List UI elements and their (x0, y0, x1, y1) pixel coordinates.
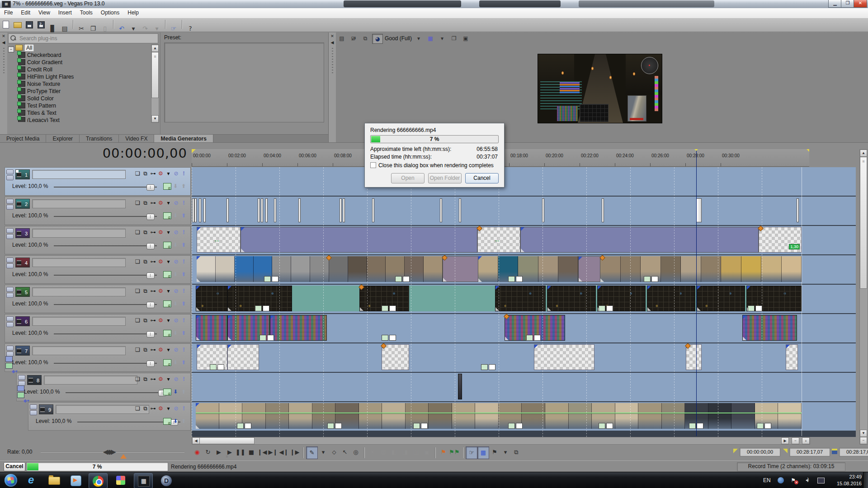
short-clip[interactable] (343, 198, 345, 222)
paste-icon[interactable]: ▯ (99, 23, 110, 33)
fx-caret-icon[interactable]: ▾ (165, 375, 172, 383)
shuttle-handle[interactable]: ◀◆▶ (103, 448, 115, 456)
pip-icon[interactable]: ⧉ (142, 346, 149, 354)
event-fx-buttons[interactable] (599, 423, 613, 429)
clip[interactable] (520, 227, 759, 253)
track-minimize-buttons[interactable] (6, 346, 14, 357)
clip[interactable] (241, 227, 477, 253)
collapse-panel-icon[interactable]: ◀ (330, 40, 335, 45)
layers-icon[interactable]: ❏ (134, 258, 142, 266)
scroll-up-icon[interactable]: ▲ (151, 45, 159, 52)
make-composite-child-icon[interactable]: ⬇ (171, 388, 179, 395)
go-to-end-icon[interactable]: ▶❙ (268, 446, 278, 458)
group-events-icon[interactable]: ⧉ (511, 446, 522, 458)
track-motion-icon[interactable]: ⊶ (149, 375, 157, 383)
track-minimize-buttons[interactable] (6, 228, 14, 239)
layers-icon[interactable]: ❏ (134, 169, 142, 178)
make-composite-child-icon[interactable]: ⬇ (171, 418, 179, 425)
plugin-item[interactable]: Color Gradient (8, 59, 151, 66)
edit-tool-icon[interactable]: ✎ (306, 446, 318, 459)
search-input[interactable] (19, 34, 156, 42)
short-clip[interactable] (199, 198, 201, 222)
remove-composite-child-icon[interactable]: ⬆ (179, 271, 188, 278)
enable-snapping-icon[interactable]: ☞ (168, 23, 179, 33)
track-level-slider[interactable] (66, 392, 169, 393)
compositing-mode-icon[interactable] (163, 212, 171, 219)
track-number-badge[interactable]: 7 (15, 346, 30, 356)
short-clip[interactable] (372, 198, 374, 222)
level-slider-handle[interactable] (146, 361, 155, 367)
scroll-up-icon[interactable]: ▲ (860, 150, 867, 157)
pip-icon[interactable]: ⧉ (142, 169, 149, 178)
track-header-8[interactable]: 8❏⧉⊶⚙▾⊘!Level: 100,0 %⬇⬆ (16, 373, 191, 401)
track-name-field[interactable] (44, 375, 137, 385)
video-clip[interactable] (495, 286, 546, 311)
split-screen-view-icon[interactable]: ⧉ (360, 34, 370, 43)
plugin-item[interactable]: Test Pattern (8, 102, 151, 109)
remove-composite-child-icon[interactable]: ⬆ (179, 329, 188, 337)
track-motion-icon[interactable]: ⊶ (149, 258, 157, 266)
plugin-search-box[interactable] (8, 33, 158, 43)
minimize-button[interactable]: ▁ (828, 0, 842, 8)
remove-composite-child-icon[interactable]: ⬆ (179, 300, 188, 307)
track-header-4[interactable]: 4❏⧉⊶⚙▾⊘!Level: 100,0 %⬇⬆ (5, 255, 191, 284)
tree-scrollbar[interactable]: ▲ ▼ (151, 44, 159, 123)
short-clip[interactable] (194, 198, 197, 222)
menu-help[interactable]: Help (123, 8, 143, 17)
pip-icon[interactable]: ⧉ (142, 199, 149, 207)
tab-transitions[interactable]: Transitions (80, 135, 119, 143)
track-level-slider[interactable] (54, 245, 157, 246)
layers-icon[interactable]: ❏ (134, 404, 142, 413)
event-fx-buttons[interactable] (259, 335, 274, 341)
fx-caret-icon[interactable]: ▾ (165, 169, 172, 178)
tab-media-generators[interactable]: Media Generators (154, 135, 213, 143)
event-fx-buttons[interactable] (237, 423, 251, 429)
menu-tools[interactable]: Tools (76, 8, 97, 17)
track-header-9[interactable]: 9❏⧉⊶⚙▾⊘!Level: 100,0 %⬇⬆ (28, 402, 191, 431)
overlays-grid-icon[interactable]: ▦ (425, 34, 435, 43)
fx-caret-icon[interactable]: ▾ (165, 404, 172, 413)
event-fx-buttons[interactable] (481, 364, 495, 370)
solo-icon[interactable]: ! (180, 228, 188, 236)
track-motion-icon[interactable]: ⊶ (149, 199, 157, 207)
taskbar-start-orb[interactable] (2, 473, 20, 488)
plugin-item[interactable]: ProType Titler (8, 88, 151, 95)
layers-icon[interactable]: ❏ (134, 287, 142, 295)
solo-icon[interactable]: ! (180, 404, 188, 413)
close-button[interactable]: ✕ (854, 0, 867, 8)
remove-composite-child-icon[interactable]: ⬆ (179, 183, 188, 190)
track-level-slider[interactable] (54, 187, 157, 188)
zoom-tracks-icon[interactable]: − (860, 437, 867, 444)
redo-icon[interactable]: ↷ (140, 23, 151, 33)
fx-caret-icon[interactable]: ▾ (165, 287, 172, 295)
track-minimize-buttons[interactable] (6, 199, 14, 210)
scrollbar-thumb[interactable] (860, 157, 867, 289)
level-slider-handle[interactable] (146, 243, 155, 249)
edit-tool-caret-icon[interactable]: ▾ (318, 446, 329, 458)
short-clip[interactable] (340, 198, 342, 222)
tab-video-fx[interactable]: Video FX (119, 135, 154, 143)
selection-start-field[interactable]: 00:00:00,00 (740, 448, 780, 456)
track-level-slider[interactable] (54, 216, 157, 217)
video-clip[interactable] (196, 315, 227, 341)
level-slider-handle[interactable] (146, 302, 155, 308)
split-right-icon[interactable]: ◨ (400, 446, 410, 458)
track-name-field[interactable] (32, 287, 126, 296)
remove-composite-child-icon[interactable]: ⬆ (179, 212, 188, 219)
track-number-badge[interactable]: 6 (15, 316, 30, 326)
track-fx-icon[interactable]: ⚙ (157, 404, 165, 413)
remove-composite-child-icon[interactable]: ⬆ (179, 241, 188, 249)
pip-icon[interactable]: ⧉ (142, 228, 149, 236)
clip[interactable] (443, 256, 478, 282)
short-clip[interactable] (602, 198, 604, 222)
track-2-lane[interactable] (192, 197, 856, 225)
fx-caret-icon[interactable]: ▾ (165, 228, 172, 236)
transparent-clip[interactable]: ⌁⌁ (197, 227, 241, 253)
level-slider-handle[interactable] (146, 331, 155, 338)
solo-icon[interactable]: ! (180, 375, 188, 383)
scrollbar-thumb[interactable] (151, 52, 159, 98)
main-timecode-display[interactable]: 00:00:00,00 (0, 145, 187, 161)
event-fx-buttons[interactable] (327, 423, 342, 429)
lock-icon[interactable]: ▣ (421, 446, 432, 458)
menu-edit[interactable]: Edit (17, 8, 34, 17)
